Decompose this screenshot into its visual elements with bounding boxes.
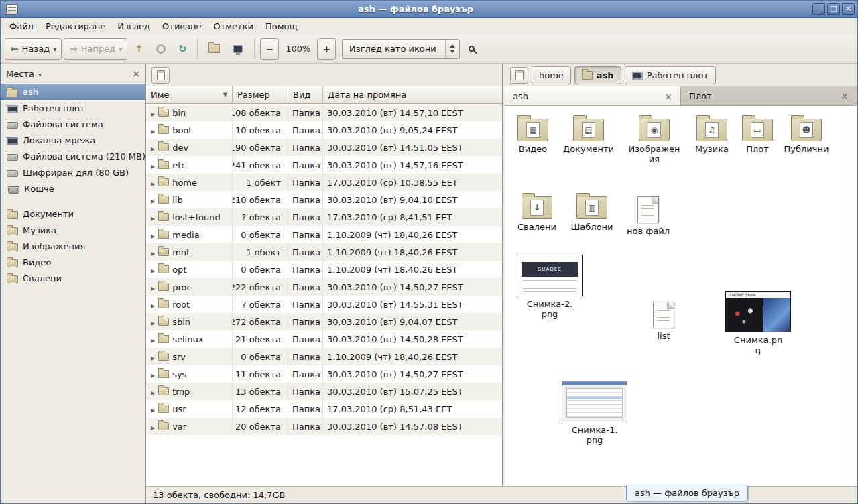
menu-item[interactable]: Файл bbox=[3, 20, 40, 33]
icon-view-item[interactable]: list bbox=[635, 300, 692, 342]
sidebar-item[interactable]: Шифриран дял (80 GB) bbox=[1, 164, 145, 180]
pane-tab[interactable]: ash bbox=[505, 86, 681, 105]
search-button[interactable] bbox=[462, 38, 482, 60]
icon-view-item[interactable]: Изображения bbox=[626, 117, 682, 165]
expander-icon[interactable] bbox=[151, 178, 155, 188]
maximize-button[interactable] bbox=[827, 3, 840, 15]
table-row[interactable]: mnt 1 обект Папка 1.10.2009 (чт) 18,40,2… bbox=[146, 243, 502, 261]
expander-icon[interactable] bbox=[151, 230, 155, 240]
expander-icon[interactable] bbox=[151, 300, 155, 310]
column-header-date[interactable]: Дата на промяна bbox=[323, 86, 502, 104]
table-row[interactable]: tmp 13 обекта Папка 30.03.2010 (вт) 15,0… bbox=[146, 383, 502, 400]
sidebar-mode-caret-icon[interactable] bbox=[34, 69, 42, 79]
table-row[interactable]: var 20 обекта Папка 30.03.2010 (вт) 14,5… bbox=[146, 418, 502, 435]
tab-close-icon[interactable] bbox=[841, 90, 849, 101]
sidebar-item[interactable]: Музика bbox=[1, 222, 145, 238]
table-row[interactable]: sys 11 обекта Папка 30.03.2010 (вт) 14,5… bbox=[146, 365, 502, 383]
expander-icon[interactable] bbox=[151, 160, 155, 170]
sidebar-item[interactable]: Локална мрежа bbox=[1, 132, 145, 148]
sidebar-item[interactable]: Видео bbox=[1, 254, 145, 270]
expander-icon[interactable] bbox=[151, 317, 155, 327]
icon-view-item[interactable]: Шаблони bbox=[564, 195, 620, 233]
sidebar-close-icon[interactable] bbox=[132, 69, 140, 78]
menu-item[interactable]: Изглед bbox=[111, 20, 156, 33]
menu-item[interactable]: Отиване bbox=[156, 20, 207, 33]
up-button[interactable] bbox=[129, 38, 149, 60]
expander-icon[interactable] bbox=[151, 422, 155, 432]
pathbar-button[interactable]: home bbox=[532, 66, 571, 84]
icon-view-item[interactable]: Снимка.png bbox=[721, 291, 795, 356]
location-toggle-button[interactable] bbox=[510, 67, 528, 84]
close-button[interactable] bbox=[842, 3, 855, 15]
table-row[interactable]: etc 241 обекта Папка 30.03.2010 (вт) 14,… bbox=[146, 156, 502, 174]
column-header-type[interactable]: Вид bbox=[288, 86, 323, 104]
icon-view-item[interactable]: Свалени bbox=[509, 195, 565, 233]
expander-icon[interactable] bbox=[151, 352, 155, 362]
table-row[interactable]: boot 10 обекта Папка 30.03.2010 (вт) 9,0… bbox=[146, 121, 502, 139]
table-row[interactable]: usr 12 обекта Папка 17.03.2010 (ср) 8,51… bbox=[146, 400, 502, 418]
back-history-caret-icon[interactable] bbox=[53, 44, 56, 54]
icon-view-item[interactable]: Документи bbox=[560, 117, 617, 155]
icon-view-item[interactable]: Снимка-2.png bbox=[513, 255, 587, 320]
sidebar-item[interactable]: Свалени bbox=[1, 270, 145, 286]
expander-icon[interactable] bbox=[151, 125, 155, 135]
sidebar-item[interactable]: Кошче bbox=[1, 180, 145, 196]
reload-button[interactable] bbox=[173, 38, 192, 60]
icon-view-item[interactable]: Плот bbox=[729, 117, 786, 155]
table-row[interactable]: opt 0 обекта Папка 1.10.2009 (чт) 18,40,… bbox=[146, 261, 502, 278]
table-row[interactable]: proc 222 обекта Папка 30.03.2010 (вт) 14… bbox=[146, 278, 502, 296]
menu-item[interactable]: Редактиране bbox=[40, 20, 111, 33]
zoom-in-button[interactable]: + bbox=[317, 38, 336, 60]
tab-close-icon[interactable] bbox=[664, 91, 672, 102]
sidebar-item[interactable]: Файлова система bbox=[1, 116, 145, 132]
zoom-out-button[interactable]: − bbox=[260, 38, 279, 60]
table-row[interactable]: media 0 обекта Папка 1.10.2009 (чт) 18,4… bbox=[146, 226, 502, 243]
expander-icon[interactable] bbox=[151, 369, 155, 379]
table-row[interactable]: sbin 272 обекта Папка 30.03.2010 (вт) 9,… bbox=[146, 313, 502, 330]
minimize-button[interactable] bbox=[812, 3, 825, 15]
expander-icon[interactable] bbox=[151, 195, 155, 205]
icon-view-item[interactable]: Публични bbox=[778, 117, 835, 155]
expander-icon[interactable] bbox=[151, 247, 155, 257]
menu-item[interactable]: Помощ bbox=[259, 20, 304, 33]
icon-view[interactable]: Видео Документи Изображения bbox=[505, 106, 857, 486]
sidebar-item[interactable]: ash bbox=[1, 84, 145, 100]
expander-icon[interactable] bbox=[151, 143, 155, 153]
table-row[interactable]: home 1 обект Папка 17.03.2010 (ср) 10,38… bbox=[146, 174, 502, 191]
table-row[interactable]: srv 0 обекта Папка 1.10.2009 (чт) 18,40,… bbox=[146, 348, 502, 365]
expander-icon[interactable] bbox=[151, 108, 155, 118]
view-mode-combobox[interactable]: Изглед като икони bbox=[342, 39, 460, 59]
column-header-name[interactable]: Име bbox=[146, 86, 233, 104]
pathbar-button[interactable]: Работен плот bbox=[625, 66, 716, 84]
sidebar-item[interactable]: Работен плот bbox=[1, 100, 145, 116]
expander-icon[interactable] bbox=[151, 265, 155, 275]
table-row[interactable]: lib 210 обекта Папка 30.03.2010 (вт) 9,0… bbox=[146, 191, 502, 208]
expander-icon[interactable] bbox=[151, 212, 155, 223]
titlebar[interactable]: ash — файлов браузър bbox=[1, 1, 857, 18]
forward-button[interactable]: Напред bbox=[64, 38, 127, 60]
table-row[interactable]: bin 108 обекта Папка 30.03.2010 (вт) 14,… bbox=[146, 104, 502, 121]
pane-tab[interactable]: Плот bbox=[681, 86, 857, 105]
icon-view-item[interactable]: Видео bbox=[505, 117, 561, 155]
menu-item[interactable]: Отметки bbox=[207, 20, 259, 33]
expander-icon[interactable] bbox=[151, 334, 155, 344]
table-row[interactable]: lost+found ? обекта Папка 17.03.2010 (ср… bbox=[146, 208, 502, 226]
pathbar-button[interactable]: ash bbox=[574, 66, 621, 84]
home-button[interactable] bbox=[203, 38, 225, 60]
back-button[interactable]: Назад bbox=[5, 38, 62, 60]
location-toggle-button[interactable] bbox=[151, 67, 170, 84]
column-header-size[interactable]: Размер bbox=[233, 86, 288, 104]
sidebar-item[interactable]: Документи bbox=[1, 206, 145, 222]
expander-icon[interactable] bbox=[151, 404, 155, 414]
expander-icon[interactable] bbox=[151, 282, 155, 292]
icon-view-item[interactable]: Снимка-1.png bbox=[558, 381, 631, 446]
sidebar-item[interactable]: Изображения bbox=[1, 238, 145, 254]
sidebar-item[interactable]: Файлова система (210 MB) bbox=[1, 148, 145, 164]
stop-button[interactable] bbox=[151, 38, 171, 60]
computer-button[interactable] bbox=[227, 38, 249, 60]
table-row[interactable]: root ? обекта Папка 30.03.2010 (вт) 14,5… bbox=[146, 296, 502, 313]
expander-icon[interactable] bbox=[151, 387, 155, 397]
icon-view-item[interactable]: нов файл bbox=[620, 195, 676, 237]
table-row[interactable]: selinux 21 обекта Папка 30.03.2010 (вт) … bbox=[146, 330, 502, 348]
table-row[interactable]: dev 190 обекта Папка 30.03.2010 (вт) 14,… bbox=[146, 139, 502, 156]
